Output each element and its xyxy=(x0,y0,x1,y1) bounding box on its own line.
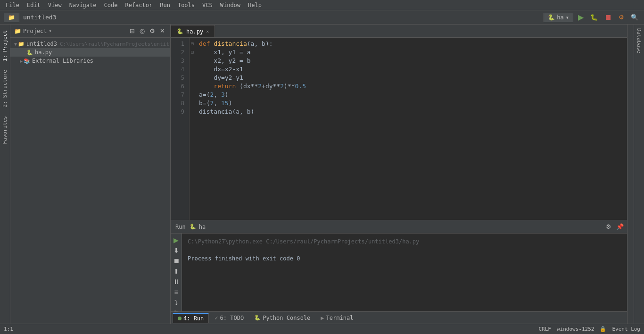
bottom-panel: Run 🐍 ha ⚙ 📌 ▶ ⬇ ⏹ ⬆ ⏸ ≡ ⤵ ⚙ xyxy=(171,220,627,324)
line-numbers: 1 2 3 4 5 6 7 8 9 xyxy=(171,38,190,220)
tree-file-name: ha.py xyxy=(35,49,52,56)
run-config-label: ha xyxy=(557,14,563,21)
stop-button[interactable]: ⏹ xyxy=(603,12,614,23)
bottom-panel-header: Run 🐍 ha ⚙ 📌 xyxy=(171,220,627,234)
tree-root-project[interactable]: ▼ 📁 untitled3 C:\Users\raul\PycharmProje… xyxy=(10,40,170,48)
bottom-content: ▶ ⬇ ⏹ ⬆ ⏸ ≡ ⤵ ⚙ 🗑 ✕ ⋯ C:\Python27\python… xyxy=(171,234,627,311)
todo-tab-label: 6: TODO xyxy=(220,315,244,321)
menu-code[interactable]: Code xyxy=(100,1,122,9)
fold-marker-6[interactable]: ⊟ xyxy=(190,48,195,57)
terminal-tab-label: Terminal xyxy=(326,315,354,321)
rerun-button[interactable]: ▶ xyxy=(172,235,181,245)
project-panel-title: Project xyxy=(23,28,47,34)
status-encoding[interactable]: windows-1252 xyxy=(557,326,594,332)
menu-run[interactable]: Run xyxy=(156,1,174,9)
run-settings-button[interactable]: ⚙ xyxy=(604,223,613,231)
todo-icon: ✓ xyxy=(215,315,218,321)
right-scrollbar[interactable] xyxy=(627,25,634,324)
menu-vcs[interactable]: VCS xyxy=(198,1,216,9)
run-pin-button[interactable]: 📌 xyxy=(615,223,625,231)
tab-close-button[interactable]: ✕ xyxy=(206,29,209,34)
bottom-tab-python-console[interactable]: 🐍 Python Console xyxy=(249,313,315,323)
project-panel-header: 📁 Project ▾ ⊟ ◎ ⚙ ✕ xyxy=(10,25,170,38)
run-button[interactable]: ▶ xyxy=(576,12,586,23)
sidebar-item-structure[interactable]: 2: Structure xyxy=(1,66,9,111)
python-icon: 🐍 xyxy=(548,14,555,21)
run-command: C:\Python27\python.exe C:/Users/raul/Pyc… xyxy=(188,238,419,245)
event-log[interactable]: Event Log xyxy=(612,326,640,332)
bottom-bar-tabs: 4: Run ✓ 6: TODO 🐍 Python Console ▶ Term… xyxy=(171,311,627,324)
sidebar-item-favorites[interactable]: Favorites xyxy=(1,112,9,148)
sidebar-item-project[interactable]: 1: Project xyxy=(1,26,9,65)
python-tab-icon: 🐍 xyxy=(177,28,183,34)
editor-tab-ha-py[interactable]: 🐍 ha.py ✕ xyxy=(171,25,215,37)
debug-button[interactable]: 🐛 xyxy=(588,13,600,22)
editor-content: 1 2 3 4 5 6 7 8 9 ⊟ ⊟ xyxy=(171,38,627,220)
stop-run-button[interactable]: ⏹ xyxy=(172,256,181,266)
menu-bar: File Edit View Navigate Code Refactor Ru… xyxy=(0,0,644,10)
status-position[interactable]: 1:1 xyxy=(4,326,13,332)
coverage-button[interactable]: ⚙ xyxy=(617,13,626,22)
code-editor[interactable]: def distancia(a, b): x1, y1 = a x2, y2 =… xyxy=(195,38,627,220)
run-controls: ▶ ⬇ ⏹ ⬆ ⏸ ≡ ⤵ ⚙ 🗑 ✕ ⋯ xyxy=(171,234,182,311)
project-folder-small-icon: 📁 xyxy=(14,28,21,34)
scroll-up-button[interactable]: ⬆ xyxy=(172,267,181,276)
status-line-sep[interactable]: CRLF xyxy=(538,326,551,332)
chevron-down-icon: ▾ xyxy=(566,14,569,21)
expand-icon: ▼ xyxy=(14,42,17,47)
menu-help[interactable]: Help xyxy=(244,1,265,9)
scroll-down-button[interactable]: ⬇ xyxy=(172,246,181,255)
project-tree: ▼ 📁 untitled3 C:\Users\raul\PycharmProje… xyxy=(10,38,170,324)
collapse-all-button[interactable]: ⊟ xyxy=(128,27,136,35)
search-button[interactable]: 🔍 xyxy=(629,13,640,22)
menu-edit[interactable]: Edit xyxy=(23,1,44,9)
menu-navigate[interactable]: Navigate xyxy=(66,1,100,9)
run-output-text: Process finished with exit code 0 xyxy=(188,255,300,262)
project-root-name: untitled3 xyxy=(26,41,57,47)
project-panel: 📁 Project ▾ ⊟ ◎ ⚙ ✕ ▼ 📁 untitled3 C:\Use… xyxy=(10,25,171,324)
editor-area: 🐍 ha.py ✕ 1 2 3 4 5 6 7 8 9 ⊟ xyxy=(171,25,627,324)
right-panel-tabs: Database xyxy=(634,25,644,324)
main-area: 1: Project 2: Structure Favorites 📁 Proj… xyxy=(0,25,644,324)
tree-item-external-libs[interactable]: ▶ 📚 External Libraries xyxy=(10,57,170,65)
python-icon-run: 🐍 xyxy=(190,224,196,230)
run-tab-label: 4: Run xyxy=(183,315,204,322)
run-output: C:\Python27\python.exe C:/Users/raul/Pyc… xyxy=(182,234,627,311)
fold-marker-1[interactable]: ⊟ xyxy=(190,40,195,48)
locate-file-button[interactable]: ◎ xyxy=(138,27,146,35)
run-panel-title: Run xyxy=(173,224,189,230)
libs-folder-icon: 📚 xyxy=(24,58,30,64)
menu-tools[interactable]: Tools xyxy=(174,1,198,9)
pause-button[interactable]: ⏸ xyxy=(172,277,181,286)
python-console-tab-label: Python Console xyxy=(263,315,310,321)
menu-window[interactable]: Window xyxy=(216,1,244,9)
bottom-tab-terminal[interactable]: ▶ Terminal xyxy=(316,313,358,323)
fold-gutter: ⊟ ⊟ xyxy=(190,38,195,220)
bottom-tab-run[interactable]: 4: Run xyxy=(173,313,209,323)
wrap-button[interactable]: ⤵ xyxy=(172,298,181,307)
run-status-dot xyxy=(178,317,182,320)
project-root-path: C:\Users\raul\PycharmProjects\untitled3 xyxy=(60,41,170,47)
menu-view[interactable]: View xyxy=(44,1,66,9)
show-all-button[interactable]: ≡ xyxy=(172,287,181,297)
project-folder-icon: 📁 xyxy=(18,41,25,47)
run-config-selector[interactable]: 🐍 ha ▾ xyxy=(544,13,573,22)
chevron-down-icon: ▾ xyxy=(49,28,52,33)
bottom-tab-todo[interactable]: ✓ 6: TODO xyxy=(210,313,248,323)
tab-filename: ha.py xyxy=(186,28,203,35)
settings-button[interactable]: ⚙ xyxy=(148,27,157,35)
folder-icon: 📁 xyxy=(8,14,15,21)
close-panel-button[interactable]: ✕ xyxy=(158,27,166,35)
menu-refactor[interactable]: Refactor xyxy=(121,1,156,9)
left-sidebar-tabs: 1: Project 2: Structure Favorites xyxy=(0,25,10,324)
settings2-button[interactable]: ⚙ xyxy=(172,308,181,311)
right-tab-database[interactable]: Database xyxy=(635,25,643,57)
toolbar: 📁 untitled3 🐍 ha ▾ ▶ 🐛 ⏹ ⚙ 🔍 xyxy=(0,10,644,25)
project-folder-icon: 📁 xyxy=(4,13,19,22)
lock-icon: 🔒 xyxy=(600,326,606,332)
editor-tabs: 🐍 ha.py ✕ xyxy=(171,25,627,38)
tree-item-ha-py[interactable]: 🐍 ha.py xyxy=(10,48,170,57)
expand-icon-collapsed: ▶ xyxy=(20,58,23,64)
menu-file[interactable]: File xyxy=(2,1,23,9)
terminal-icon: ▶ xyxy=(321,315,324,321)
